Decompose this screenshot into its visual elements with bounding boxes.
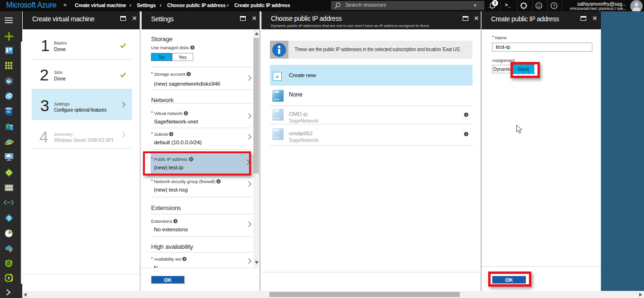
svg-text:SQL: SQL: [7, 111, 11, 113]
svg-text:$: $: [8, 276, 10, 280]
svg-text:?: ?: [553, 3, 555, 8]
